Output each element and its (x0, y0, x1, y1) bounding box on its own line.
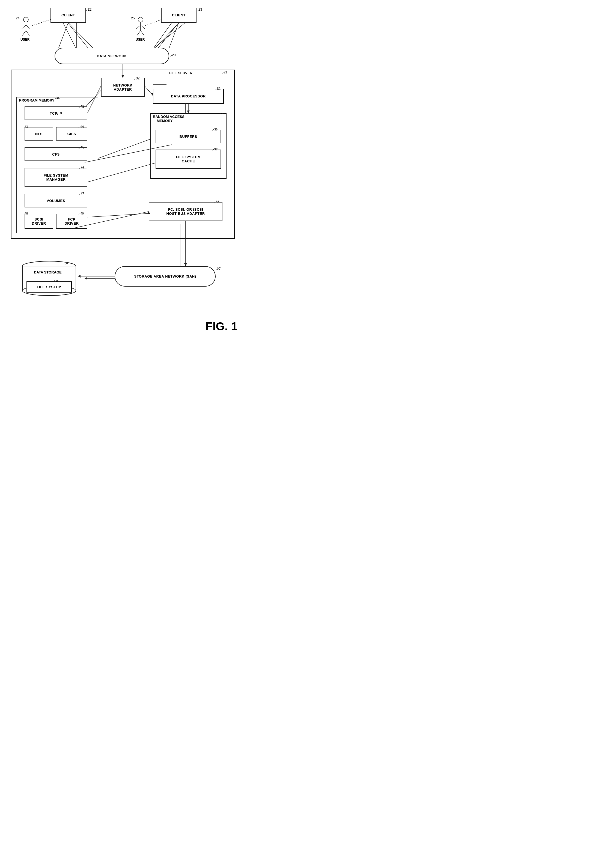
svg-line-48 (212, 148, 215, 150)
file-system-cache-box: FILE SYSTEMCACHE (155, 150, 221, 169)
svg-line-41 (79, 167, 82, 169)
data-processor-label: DATA PROCESSOR (171, 94, 205, 98)
data-network-label: DATA NETWORK (97, 54, 127, 58)
user24-label: USER (21, 38, 29, 41)
ref36-line (211, 128, 216, 131)
file-system-box: FILE SYSTEM (26, 281, 72, 293)
svg-line-24 (26, 31, 29, 35)
svg-line-44 (79, 213, 81, 214)
buffers-label: BUFFERS (180, 135, 197, 139)
fcp-driver-label: FCPDRIVER (65, 217, 79, 226)
cifs-label: CIFS (67, 132, 76, 136)
svg-line-5 (153, 22, 186, 49)
network-adapter-box: NETWORKADAPTER (101, 78, 145, 97)
ref21-line (220, 70, 226, 75)
ref48-line (22, 212, 27, 215)
client22-label: CLIENT (62, 13, 75, 17)
storage-area-network-label: STORAGE AREA NETWORK (SAN) (134, 274, 196, 279)
svg-line-60 (68, 23, 93, 48)
ref31-line (214, 87, 219, 91)
data-storage-label: DATA STORAGE (26, 270, 70, 274)
ref-24: 24 (16, 16, 19, 20)
svg-line-47 (212, 129, 215, 131)
svg-line-61 (59, 23, 68, 48)
storage-area-network: STORAGE AREA NETWORK (SAN) (114, 266, 216, 287)
svg-line-36 (54, 97, 57, 99)
svg-line-21 (22, 25, 26, 29)
figure-label: FIG. 1 (205, 320, 238, 333)
ref27-line (214, 267, 219, 271)
ref32-line (133, 76, 138, 81)
host-bus-adapter-box: FC, SCSI, OR iSCSIHOST BUS ADAPTER (149, 202, 223, 221)
ref45-line (77, 145, 83, 150)
svg-line-40 (79, 147, 82, 149)
svg-line-0 (31, 19, 53, 26)
file-system-manager-label: FILE SYSTEMMANAGER (44, 173, 69, 182)
diagram: 24 USER 25 USER CLIENT 22 CLIENT 23 DATA… (0, 0, 246, 339)
ref-25: 25 (131, 16, 135, 20)
svg-line-42 (79, 193, 82, 195)
client23-box: CLIENT (161, 7, 197, 23)
svg-line-34 (222, 72, 226, 74)
ref28-line (51, 279, 56, 283)
volumes-label: VOLUMES (47, 199, 65, 203)
ref23-line (196, 7, 201, 12)
ref46-line (77, 166, 83, 170)
data-network: DATA NETWORK (54, 48, 169, 64)
svg-line-30 (141, 31, 144, 35)
ref42-line (77, 104, 83, 109)
ref47-line (77, 192, 83, 196)
file-system-manager-box: FILE SYSTEMMANAGER (25, 168, 87, 187)
file-system-cache-label: FILE SYSTEMCACHE (176, 155, 201, 163)
network-adapter-label: NETWORKADAPTER (113, 83, 133, 91)
ref35-line (212, 200, 218, 204)
ref34-line (53, 96, 58, 100)
buffers-box: BUFFERS (155, 130, 221, 143)
nfs-box: NFS (25, 127, 53, 141)
file-server-label: FILE SERVER (169, 71, 192, 75)
client22-box: CLIENT (50, 7, 86, 23)
cfs-label: CFS (52, 152, 60, 156)
svg-line-63 (169, 23, 179, 48)
svg-line-27 (136, 25, 141, 29)
svg-marker-78 (184, 263, 187, 266)
svg-line-23 (22, 31, 26, 35)
svg-line-62 (158, 23, 179, 48)
scsi-driver-label: SCSIDRIVER (32, 217, 46, 226)
ref22-line (85, 7, 90, 12)
svg-line-28 (141, 25, 145, 29)
svg-line-37 (79, 106, 82, 108)
program-memory-label: PROGRAM MEMORY (19, 98, 54, 102)
ref49-line (77, 212, 82, 215)
ref26-line (64, 261, 69, 265)
svg-line-57 (215, 268, 219, 270)
ref44-line (77, 125, 82, 128)
nfs-label: NFS (35, 132, 43, 136)
svg-line-2 (63, 22, 76, 49)
svg-line-45 (215, 88, 219, 90)
svg-marker-80 (78, 275, 81, 277)
svg-line-39 (79, 126, 81, 128)
svg-line-33 (170, 54, 174, 57)
user24-figure (19, 16, 33, 38)
svg-line-22 (26, 25, 30, 29)
svg-line-43 (24, 213, 26, 214)
user25-figure (134, 16, 147, 38)
ref37-line (211, 148, 216, 151)
ram-container (150, 113, 227, 179)
file-system-label: FILE SYSTEM (37, 285, 62, 289)
user25-label: USER (136, 38, 145, 41)
ref33-line (216, 111, 222, 116)
svg-point-25 (138, 17, 143, 22)
svg-line-31 (86, 9, 89, 11)
svg-line-35 (134, 78, 138, 80)
svg-point-19 (23, 17, 28, 22)
svg-line-55 (65, 262, 69, 264)
client23-label: CLIENT (172, 13, 186, 17)
svg-line-56 (53, 280, 55, 282)
ram-label: RANDOM ACCESS MEMORY (153, 114, 185, 123)
cifs-box: CIFS (56, 127, 87, 141)
svg-line-29 (137, 31, 141, 35)
fcp-driver-box: FCPDRIVER (56, 214, 87, 229)
svg-marker-17 (85, 277, 87, 280)
